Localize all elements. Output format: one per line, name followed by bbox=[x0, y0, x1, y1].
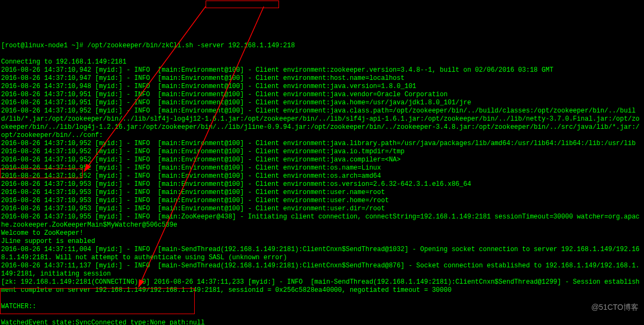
log-line: 2016-08-26 14:37:11,137 [myid:] - INFO [… bbox=[1, 262, 643, 278]
log-line: JLine support is enabled bbox=[1, 238, 643, 246]
highlight-box-server bbox=[206, 1, 279, 8]
log-line: Connecting to 192.168.1.149:2181 bbox=[1, 58, 643, 66]
log-lines-container: Connecting to 192.168.1.149:21812016-08-… bbox=[1, 58, 643, 325]
log-line: 2016-08-26 14:37:10,942 [myid:] - INFO [… bbox=[1, 66, 643, 74]
log-line: 2016-08-26 14:37:10,952 [myid:] - INFO [… bbox=[1, 164, 643, 172]
log-line bbox=[1, 311, 643, 319]
log-line: 2016-08-26 14:37:10,953 [myid:] - INFO [… bbox=[1, 197, 643, 205]
log-line: 2016-08-26 14:37:10,953 [myid:] - INFO [… bbox=[1, 205, 643, 213]
prompt-server: 192.168.1.149:218 bbox=[228, 42, 295, 49]
log-line: WATCHER:: bbox=[1, 303, 643, 311]
log-line: 2016-08-26 14:37:10,952 [myid:] - INFO [… bbox=[1, 148, 643, 156]
log-line: 2016-08-26 14:37:10,952 [myid:] - INFO [… bbox=[1, 156, 643, 164]
terminal-output[interactable]: [root@linux-node1 ~]# /opt/zookeeper/bin… bbox=[1, 34, 643, 325]
log-line: 2016-08-26 14:37:10,955 [myid:] - INFO [… bbox=[1, 213, 643, 229]
watermark-text: @51CTO博客 bbox=[591, 303, 639, 311]
log-line: WatchedEvent state:SyncConnected type:No… bbox=[1, 319, 643, 325]
prompt-user-host: [root@linux-node1 ~]# bbox=[1, 42, 83, 49]
log-line: 2016-08-26 14:37:10,947 [myid:] - INFO [… bbox=[1, 74, 643, 83]
log-line: 2016-08-26 14:37:10,953 [myid:] - INFO [… bbox=[1, 189, 643, 197]
log-line: [zk: 192.168.1.149:2181(CONNECTING) 0] 2… bbox=[1, 278, 643, 295]
log-line: Welcome to ZooKeeper! bbox=[1, 229, 643, 238]
prompt-line: [root@linux-node1 ~]# /opt/zookeeper/bin… bbox=[1, 42, 643, 50]
log-line: 2016-08-26 14:37:10,948 [myid:] - INFO [… bbox=[1, 83, 643, 91]
log-line: 2016-08-26 14:37:10,952 [myid:] - INFO [… bbox=[1, 172, 643, 180]
log-line: 2016-08-26 14:37:10,952 [myid:] - INFO [… bbox=[1, 107, 643, 140]
log-line: 2016-08-26 14:37:10,953 [myid:] - INFO [… bbox=[1, 180, 643, 189]
log-line: 2016-08-26 14:37:11,004 [myid:] - INFO [… bbox=[1, 246, 643, 262]
prompt-command: /opt/zookeeper/bin/zkCli.sh -server bbox=[83, 42, 228, 49]
log-line bbox=[1, 295, 643, 303]
log-line: 2016-08-26 14:37:10,951 [myid:] - INFO [… bbox=[1, 91, 643, 99]
log-line: 2016-08-26 14:37:10,952 [myid:] - INFO [… bbox=[1, 140, 643, 148]
log-line: 2016-08-26 14:37:10,951 [myid:] - INFO [… bbox=[1, 99, 643, 107]
